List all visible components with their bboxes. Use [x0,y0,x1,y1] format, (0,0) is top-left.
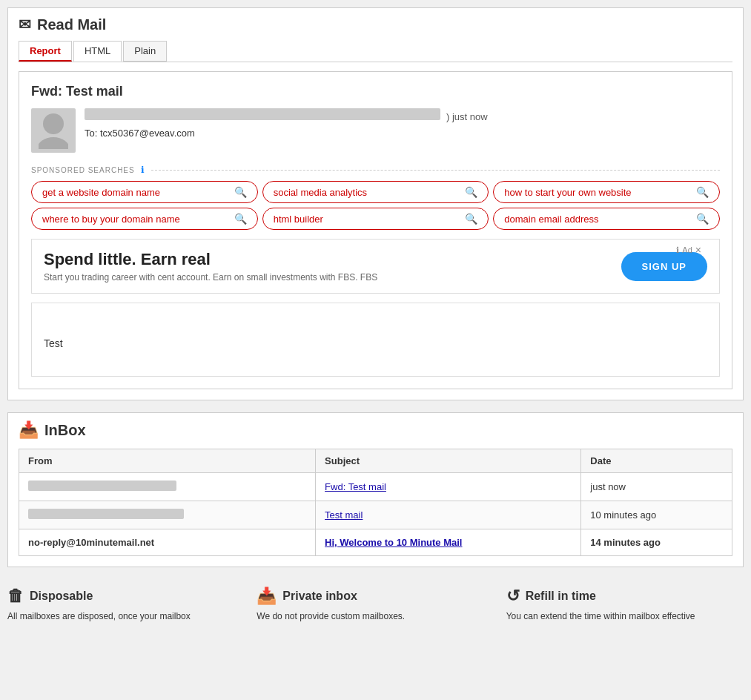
ad-label: ℹ Ad × [676,244,701,256]
private-icon: 📥 [257,587,277,606]
row2-date: 10 minutes ago [581,501,732,529]
search-btn-3[interactable]: where to buy your domain name 🔍 [31,208,258,230]
ad-banner: ℹ Ad × Spend little. Earn real Start you… [31,239,720,294]
sponsored-section: SPONSORED SEARCHES ℹ get a website domai… [31,165,720,230]
search-btn-0[interactable]: get a website domain name 🔍 [31,181,258,203]
recipient: To: tcx50367@eveav.com [85,128,720,139]
mail-body: Test [31,303,720,377]
ad-info-icon: ℹ [676,245,679,255]
features-row: 🗑 Disposable All mailboxes are disposed,… [7,579,744,630]
row2-subject-link[interactable]: Test mail [325,509,363,521]
row2-from [19,501,316,529]
sender-time: ) just now [446,111,488,122]
search-icon-2: 🔍 [696,186,709,198]
feature-private-desc: We do not provide custom mailboxes. [257,610,494,623]
feature-refill-desc: You can extend the time within mailbox e… [506,610,744,623]
inbox-section: 📥 InBox From Subject Date Fwd: Test mail… [7,412,744,567]
inbox-icon: 📥 [19,420,39,440]
ad-close-button[interactable]: × [695,244,701,256]
search-buttons-grid: get a website domain name 🔍 social media… [31,181,720,230]
row3-subject-link[interactable]: Hi, Welcome to 10 Minute Mail [325,537,462,548]
tab-report[interactable]: Report [19,41,72,62]
row3-subject: Hi, Welcome to 10 Minute Mail [316,529,581,556]
row3-from: no-reply@10minutemail.net [19,529,316,556]
search-icon-0: 🔍 [234,186,247,198]
feature-private-title: 📥 Private inbox [257,587,494,606]
inbox-title: 📥 InBox [19,420,732,440]
sponsored-info-icon: ℹ [141,165,145,175]
search-icon-5: 🔍 [696,213,709,225]
feature-refill: ↺ Refill in time You can extend the time… [506,587,744,623]
search-btn-5[interactable]: domain email address 🔍 [493,208,720,230]
sender-blur-1 [28,481,176,491]
tab-plain[interactable]: Plain [123,41,167,62]
ad-headline: Spend little. Earn real [44,250,377,269]
refill-icon: ↺ [506,587,520,606]
ad-description: Start you trading career with cent accou… [44,272,377,283]
col-from: From [19,449,316,473]
sender-blur-2 [28,509,184,519]
read-mail-title: ✉ Read Mail [19,16,732,33]
inbox-table: From Subject Date Fwd: Test mail just no… [19,449,732,556]
search-icon-1: 🔍 [465,186,477,198]
disposable-icon: 🗑 [7,587,24,606]
svg-point-1 [39,137,68,149]
row3-date: 14 minutes ago [581,529,732,556]
tab-html[interactable]: HTML [73,41,122,62]
search-icon-3: 🔍 [234,213,247,225]
col-date: Date [581,449,732,473]
feature-refill-title: ↺ Refill in time [506,587,744,606]
tab-bar: Report HTML Plain [19,41,732,62]
signup-button[interactable]: SIGN UP [621,252,707,281]
row1-subject-link[interactable]: Fwd: Test mail [325,481,386,492]
avatar-svg [39,112,68,149]
feature-disposable-title: 🗑 Disposable [7,587,245,606]
row1-date: just now [581,473,732,501]
feature-disposable-desc: All mailboxes are disposed, once your ma… [7,610,245,623]
table-row: no-reply@10minutemail.net Hi, Welcome to… [19,529,732,556]
search-btn-4[interactable]: html builder 🔍 [262,208,489,230]
mail-icon: ✉ [19,16,31,33]
svg-point-0 [43,113,64,134]
read-mail-section: ✉ Read Mail Report HTML Plain Fwd: Test … [7,7,744,400]
mail-meta: ) just now To: tcx50367@eveav.com [85,108,720,139]
search-icon-4: 🔍 [465,213,477,225]
sender-blur [85,108,440,120]
mail-subject: Fwd: Test mail [31,84,720,99]
row1-subject: Fwd: Test mail [316,473,581,501]
mail-body-text: Test [44,337,707,349]
search-btn-2[interactable]: how to start your own website 🔍 [493,181,720,203]
search-btn-1[interactable]: social media analytics 🔍 [262,181,489,203]
feature-private: 📥 Private inbox We do not provide custom… [257,587,494,623]
sponsored-label: SPONSORED SEARCHES ℹ [31,165,720,175]
table-row: Test mail 10 minutes ago [19,501,732,529]
ad-text: Spend little. Earn real Start you tradin… [44,250,377,283]
col-subject: Subject [316,449,581,473]
feature-disposable: 🗑 Disposable All mailboxes are disposed,… [7,587,245,623]
table-row: Fwd: Test mail just now [19,473,732,501]
avatar [31,108,76,153]
row2-subject: Test mail [316,501,581,529]
mail-header: ) just now To: tcx50367@eveav.com [31,108,720,153]
mail-content-box: Fwd: Test mail ) just now To: tcx50367@e… [19,71,732,389]
row1-from [19,473,316,501]
